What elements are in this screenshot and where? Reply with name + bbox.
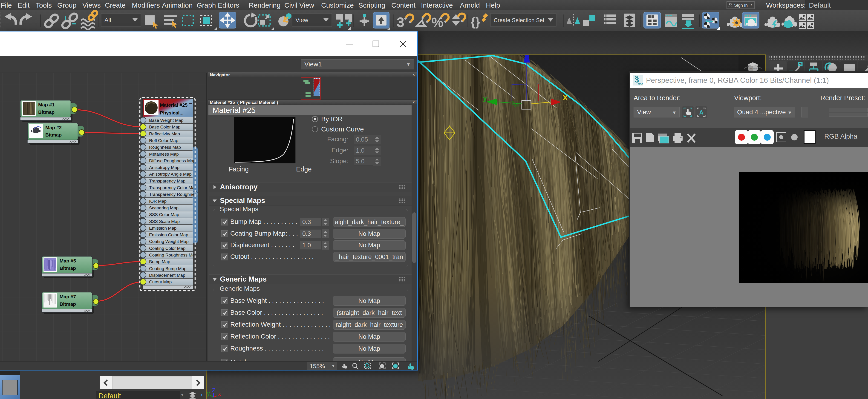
- svg-text:A: A: [699, 109, 704, 116]
- svg-text:y: y: [483, 95, 487, 102]
- svg-text:x: x: [218, 391, 221, 397]
- svg-text:{}: {}: [471, 15, 480, 29]
- svg-text:FRONT: FRONT: [753, 68, 758, 69]
- svg-text:View: View: [296, 16, 308, 24]
- svg-text:y: y: [207, 390, 210, 396]
- svg-text:3: 3: [397, 14, 404, 30]
- svg-text:X: X: [563, 94, 568, 102]
- svg-text:LEFT: LEFT: [749, 68, 753, 69]
- svg-text:Z: Z: [212, 388, 216, 393]
- svg-text:MAX: MAX: [638, 82, 643, 85]
- svg-text:All: All: [104, 16, 111, 24]
- svg-text:Create Selection Set: Create Selection Set: [494, 17, 544, 23]
